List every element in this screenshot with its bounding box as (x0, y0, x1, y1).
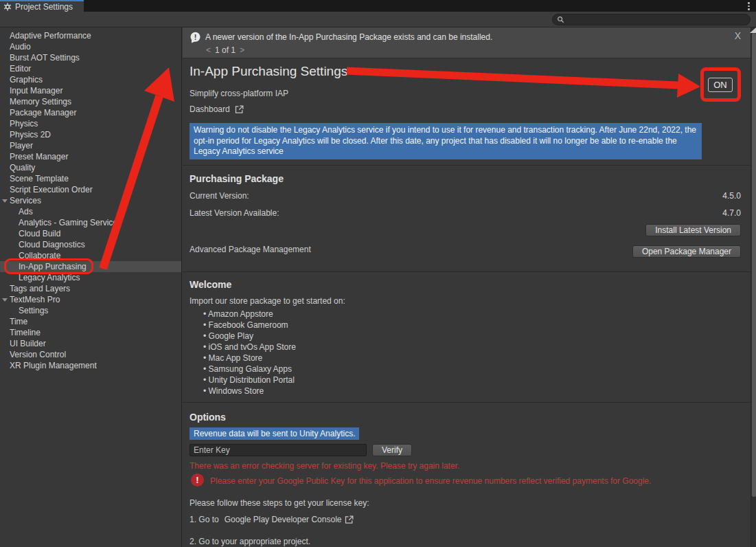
open-package-manager-button[interactable]: Open Package Manager (632, 245, 741, 258)
sidebar-item-label: Version Control (0, 349, 66, 360)
sidebar-item-time[interactable]: Time (0, 316, 181, 327)
store-list-item: Amazon Appstore (203, 309, 296, 320)
dashboard-link[interactable]: Dashboard (190, 104, 244, 114)
sidebar-item-label: In-App Purchasing (0, 261, 87, 272)
enter-key-input[interactable] (190, 444, 367, 456)
key-check-error-text: There was an error checking server for e… (190, 461, 459, 471)
install-latest-version-button[interactable]: Install Latest Version (645, 224, 741, 236)
sidebar-item-settings[interactable]: Settings (0, 305, 181, 316)
store-list: Amazon AppstoreFacebook GameroomGoogle P… (203, 309, 296, 397)
sidebar-item-ads[interactable]: Ads (0, 206, 181, 217)
iap-on-toggle[interactable]: ON (708, 78, 733, 92)
sidebar-item-version-control[interactable]: Version Control (0, 349, 181, 360)
iap-subtitle: Simplify cross-platform IAP (190, 89, 288, 98)
kebab-menu-icon[interactable] (748, 2, 751, 10)
settings-toolbar (0, 12, 756, 27)
sidebar-item-in-app-purchasing[interactable]: In-App Purchasing (0, 261, 181, 272)
vertical-scrollbar[interactable] (751, 27, 756, 547)
section-divider (183, 165, 751, 166)
gear-icon (3, 3, 12, 11)
sidebar-item-label: Ads (0, 206, 33, 217)
dashboard-link-label: Dashboard (190, 104, 230, 114)
search-icon (557, 16, 564, 23)
store-list-item: iOS and tvOs App Store (203, 342, 296, 353)
sidebar-item-label: Quality (0, 162, 35, 173)
license-steps-intro: Please follow these steps to get your li… (190, 498, 369, 508)
sidebar-item-ui-builder[interactable]: UI Builder (0, 338, 181, 349)
pager-prev-button[interactable]: < (206, 45, 211, 55)
scroll-up-arrow-icon[interactable] (750, 27, 756, 33)
store-list-item: Unity Distribution Portal (203, 375, 296, 386)
sidebar-item-label: Physics (0, 118, 38, 129)
sidebar-item-editor[interactable]: Editor (0, 63, 181, 74)
sidebar-item-cloud-build[interactable]: Cloud Build (0, 228, 181, 239)
sidebar-item-label: Graphics (0, 74, 43, 85)
sidebar-item-quality[interactable]: Quality (0, 162, 181, 173)
sidebar-item-preset-manager[interactable]: Preset Manager (0, 151, 181, 162)
sidebar-item-xr-plugin-management[interactable]: XR Plugin Management (0, 360, 181, 371)
sidebar-item-timeline[interactable]: Timeline (0, 327, 181, 338)
sidebar-item-textmesh-pro[interactable]: TextMesh Pro (0, 294, 181, 305)
sidebar-list: Adaptive PerformanceAudioBurst AOT Setti… (0, 30, 181, 371)
title-bar: Project Settings (0, 0, 756, 12)
sidebar-item-label: Preset Manager (0, 151, 68, 162)
sidebar-item-package-manager[interactable]: Package Manager (0, 107, 181, 118)
sidebar-item-graphics[interactable]: Graphics (0, 74, 181, 85)
sidebar-item-label: Legacy Analytics (0, 272, 80, 283)
notification-close-button[interactable]: X (735, 30, 741, 41)
sidebar-item-memory-settings[interactable]: Memory Settings (0, 96, 181, 107)
window-title: Project Settings (15, 2, 73, 12)
sidebar-item-collaborate[interactable]: Collaborate (0, 250, 181, 261)
step-1-prefix: 1. Go to (190, 515, 219, 524)
store-list-item: Mac App Store (203, 353, 296, 364)
sidebar-item-physics-2d[interactable]: Physics 2D (0, 129, 181, 140)
sidebar-item-scene-template[interactable]: Scene Template (0, 173, 181, 184)
external-link-icon (345, 515, 354, 524)
sidebar-item-player[interactable]: Player (0, 140, 181, 151)
sidebar-item-legacy-analytics[interactable]: Legacy Analytics (0, 272, 181, 283)
current-version-value: 4.5.0 (722, 191, 741, 201)
sidebar-item-label: Audio (0, 41, 31, 52)
step-2: 2. Go to your appropriate project. (190, 537, 310, 546)
notification-bar: ! A newer version of the In-App Purchasi… (183, 27, 751, 58)
iap-settings-panel: ! A newer version of the In-App Purchasi… (183, 27, 751, 547)
sidebar-item-label: Player (0, 140, 33, 151)
sidebar-item-label: XR Plugin Management (0, 360, 97, 371)
foldout-triangle-icon[interactable] (2, 199, 8, 203)
search-input[interactable] (567, 16, 739, 24)
latest-version-label: Latest Version Available: (190, 208, 279, 218)
search-box[interactable] (552, 14, 751, 25)
store-list-item: Samsung Galaxy Apps (203, 364, 296, 375)
current-version-label: Current Version: (190, 191, 249, 201)
pager-next-button[interactable]: > (240, 45, 244, 55)
sidebar-item-cloud-diagnostics[interactable]: Cloud Diagnostics (0, 239, 181, 250)
sidebar-item-label: Cloud Build (0, 228, 60, 239)
settings-sidebar: Adaptive PerformanceAudioBurst AOT Setti… (0, 27, 182, 547)
sidebar-item-physics[interactable]: Physics (0, 118, 181, 129)
sidebar-item-script-execution-order[interactable]: Script Execution Order (0, 184, 181, 195)
scrollbar-thumb[interactable] (752, 33, 756, 497)
sidebar-item-analytics-gaming-services[interactable]: Analytics - Gaming Services (0, 217, 181, 228)
sidebar-item-services[interactable]: Services (0, 195, 181, 206)
notification-message: A newer version of the In-App Purchasing… (205, 32, 492, 42)
google-play-console-link[interactable]: Google Play Developer Console (222, 515, 342, 524)
google-key-warning: Please enter your Google Public Key for … (210, 476, 739, 486)
sidebar-item-label: Burst AOT Settings (0, 52, 80, 63)
sidebar-item-burst-aot-settings[interactable]: Burst AOT Settings (0, 52, 181, 63)
sidebar-item-tags-and-layers[interactable]: Tags and Layers (0, 283, 181, 294)
verify-button[interactable]: Verify (372, 444, 412, 456)
foldout-triangle-icon[interactable] (2, 298, 8, 302)
svg-text:!: ! (194, 33, 197, 41)
sidebar-item-label: Time (0, 316, 27, 327)
purchasing-package-header: Purchasing Package (190, 173, 284, 184)
section-divider (183, 271, 751, 272)
tab-project-settings[interactable]: Project Settings (0, 0, 84, 12)
error-icon: ! (191, 473, 204, 487)
sidebar-item-input-manager[interactable]: Input Manager (0, 85, 181, 96)
options-header: Options (190, 412, 226, 423)
sidebar-item-adaptive-performance[interactable]: Adaptive Performance (0, 30, 181, 41)
pager-label: 1 of 1 (215, 45, 236, 55)
section-divider (183, 402, 751, 403)
sidebar-item-audio[interactable]: Audio (0, 41, 181, 52)
sidebar-item-label: Scene Template (0, 173, 69, 184)
